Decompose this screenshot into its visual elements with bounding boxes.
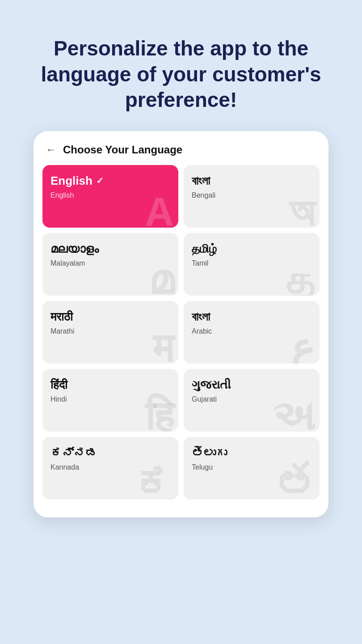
lang-native-gujarati: ગુજરાતી	[192, 378, 311, 392]
lang-native-english: English✓	[51, 174, 170, 188]
lang-english-tamil: Tamil	[192, 259, 311, 267]
back-button[interactable]: ←	[46, 144, 56, 156]
lang-english-english: English	[51, 191, 170, 199]
language-item-gujarati[interactable]: ગુજરાતીGujaratiઅ	[184, 369, 320, 432]
language-item-arabic[interactable]: বাংলাArabicع	[184, 301, 320, 364]
language-item-malayalam[interactable]: മലയാളംMalayalamമ	[42, 233, 178, 296]
check-icon: ✓	[96, 175, 104, 186]
lang-native-marathi: मराठी	[51, 310, 170, 324]
lang-native-arabic: বাংলা	[192, 310, 311, 324]
language-grid: English✓EnglishAবাংলাBengaliঅമലയാളംMalay…	[34, 165, 328, 504]
hero-section: Personalize the app to the language of y…	[0, 0, 362, 131]
lang-english-malayalam: Malayalam	[51, 259, 170, 267]
lang-native-malayalam: മലയാളം	[51, 242, 170, 256]
lang-english-gujarati: Gujarati	[192, 395, 311, 403]
lang-native-telugu: తెలుగు	[192, 446, 311, 460]
card-title: Choose Your Language	[63, 144, 182, 156]
language-item-telugu[interactable]: తెలుగుTeluguత	[184, 437, 320, 500]
lang-native-hindi: हिंदी	[51, 378, 170, 392]
language-item-tamil[interactable]: தமிழ்Tamilத	[184, 233, 320, 296]
language-item-hindi[interactable]: हिंदीHindiहि	[42, 369, 178, 432]
lang-english-bengali: Bengali	[192, 191, 311, 199]
language-item-english[interactable]: English✓EnglishA	[42, 165, 178, 228]
lang-english-marathi: Marathi	[51, 327, 170, 335]
language-card: ← Choose Your Language English✓EnglishAব…	[34, 131, 328, 517]
lang-native-kannada: ಕನ್ನಡ	[51, 446, 170, 460]
lang-english-telugu: Telugu	[192, 463, 311, 471]
lang-english-kannada: Kannada	[51, 463, 170, 471]
language-item-bengali[interactable]: বাংলাBengaliঅ	[184, 165, 320, 228]
language-item-marathi[interactable]: मराठीMarathiम	[42, 301, 178, 364]
lang-english-arabic: Arabic	[192, 327, 311, 335]
language-item-kannada[interactable]: ಕನ್ನಡKannadaಕ	[42, 437, 178, 500]
lang-native-bengali: বাংলা	[192, 174, 311, 188]
card-header: ← Choose Your Language	[34, 131, 328, 165]
lang-english-hindi: Hindi	[51, 395, 170, 403]
hero-title: Personalize the app to the language of y…	[27, 36, 335, 113]
lang-native-tamil: தமிழ்	[192, 242, 311, 256]
